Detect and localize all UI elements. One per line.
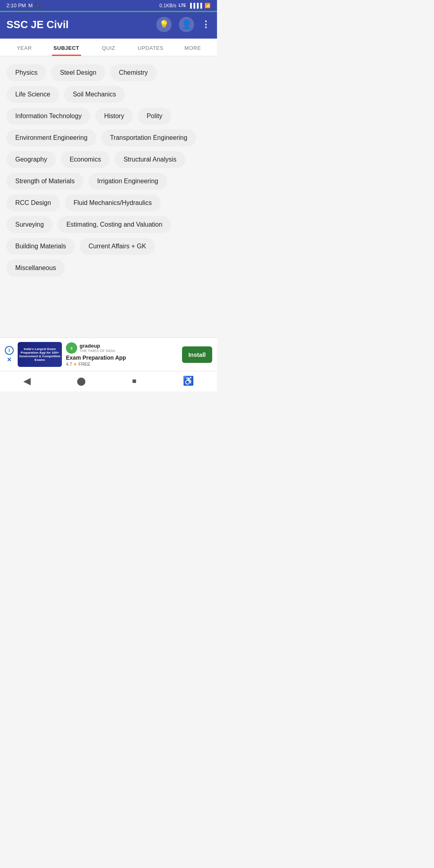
subject-chip[interactable]: Surveying bbox=[6, 216, 53, 233]
subject-chip[interactable]: RCC Design bbox=[6, 194, 60, 211]
more-options-icon[interactable]: ⋮ bbox=[201, 19, 211, 30]
home-nav-icon[interactable]: ⬤ bbox=[77, 376, 86, 386]
subject-chip[interactable]: Steel Design bbox=[51, 64, 105, 81]
signal-icon: ▐▐▐▐ bbox=[188, 3, 202, 8]
wifi-icon: 📶 bbox=[205, 3, 211, 8]
subject-chip[interactable]: Irrigation Engineering bbox=[88, 173, 167, 190]
status-right: 0.1KB/s LTE ▐▐▐▐ 📶 bbox=[160, 3, 211, 8]
star-icon: ★ bbox=[73, 362, 77, 366]
subject-chip[interactable]: Miscellaneous bbox=[6, 260, 65, 276]
subject-content: PhysicsSteel DesignChemistryLife Science… bbox=[0, 56, 217, 338]
lightbulb-icon: 💡 bbox=[159, 20, 169, 29]
subject-chip[interactable]: Geography bbox=[6, 151, 56, 168]
ad-rating: 4.7 ★ FREE bbox=[66, 362, 178, 367]
ad-brand: gradeup bbox=[80, 343, 115, 349]
subject-chip[interactable]: Environment Engineering bbox=[6, 129, 96, 146]
app-bar-icons: 💡 👤 ⋮ bbox=[156, 17, 211, 32]
ad-image-text: India's Largest Exam Preparation App for… bbox=[18, 346, 62, 362]
subject-chip[interactable]: Building Materials bbox=[6, 238, 75, 255]
tab-more[interactable]: MORE bbox=[172, 39, 214, 56]
status-left: 2:10 PM M 📞 bbox=[6, 2, 41, 8]
ad-banner: i ✕ India's Largest Exam Preparation App… bbox=[0, 338, 217, 371]
accessibility-nav-icon[interactable]: ♿ bbox=[183, 376, 194, 386]
subject-chip[interactable]: Chemistry bbox=[110, 64, 157, 81]
subject-chip[interactable]: Soil Mechanics bbox=[64, 86, 125, 103]
subject-chip[interactable]: Structural Analysis bbox=[115, 151, 185, 168]
back-nav-icon[interactable]: ◀ bbox=[23, 375, 31, 387]
gmail-icon: M bbox=[28, 2, 33, 8]
recents-nav-icon[interactable]: ■ bbox=[132, 377, 137, 385]
ad-close-button[interactable]: ✕ bbox=[7, 356, 12, 363]
subject-chip[interactable]: Fluid Mechanics/Hydraulics bbox=[65, 194, 161, 211]
tab-quiz[interactable]: QUIZ bbox=[88, 39, 130, 56]
subjects-list: PhysicsSteel DesignChemistryLife Science… bbox=[6, 64, 211, 276]
account-icon: 👤 bbox=[181, 19, 192, 30]
ad-title: Exam Preparation App bbox=[66, 354, 178, 361]
account-icon-button[interactable]: 👤 bbox=[179, 17, 194, 32]
tab-bar: YEAR SUBJECT QUIZ UPDATES MORE bbox=[0, 39, 217, 56]
nav-bar: ◀ ⬤ ■ ♿ bbox=[0, 371, 217, 391]
ad-byline: THE TIMES OF INDIA bbox=[80, 349, 115, 353]
lightbulb-icon-button[interactable]: 💡 bbox=[156, 17, 172, 32]
phone-icon: 📞 bbox=[35, 2, 41, 8]
subject-chip[interactable]: History bbox=[95, 108, 133, 125]
subject-chip[interactable]: Polity bbox=[138, 108, 171, 125]
subject-chip[interactable]: Estimating, Costing and Valuation bbox=[57, 216, 171, 233]
status-bar: 2:10 PM M 📞 0.1KB/s LTE ▐▐▐▐ 📶 bbox=[0, 0, 217, 11]
install-button[interactable]: Install bbox=[182, 346, 212, 363]
network-speed: 0.1KB/s bbox=[160, 3, 176, 8]
subject-chip[interactable]: Economics bbox=[61, 151, 110, 168]
gradeup-logo-icon: g bbox=[66, 342, 77, 354]
subject-chip[interactable]: Life Science bbox=[6, 86, 59, 103]
ad-price-badge: FREE bbox=[78, 362, 90, 366]
ad-content: g gradeup THE TIMES OF INDIA Exam Prepar… bbox=[66, 342, 178, 367]
subject-chip[interactable]: Transportation Engineering bbox=[101, 129, 196, 146]
subject-chip[interactable]: Information Technology bbox=[6, 108, 90, 125]
ad-info-icon: i bbox=[5, 346, 14, 355]
subject-chip[interactable]: Strength of Materials bbox=[6, 173, 84, 190]
status-time: 2:10 PM bbox=[6, 2, 26, 8]
tab-year[interactable]: YEAR bbox=[3, 39, 45, 56]
ad-image: India's Largest Exam Preparation App for… bbox=[18, 342, 62, 367]
subject-chip[interactable]: Current Affairs + GK bbox=[80, 238, 155, 255]
app-bar: SSC JE Civil 💡 👤 ⋮ bbox=[0, 12, 217, 39]
tab-subject[interactable]: SUBJECT bbox=[45, 39, 88, 56]
app-title: SSC JE Civil bbox=[6, 18, 69, 31]
tab-updates[interactable]: UPDATES bbox=[129, 39, 172, 56]
ad-logo: g gradeup THE TIMES OF INDIA bbox=[66, 342, 178, 354]
subject-chip[interactable]: Physics bbox=[6, 64, 46, 81]
lte-icon: LTE bbox=[179, 3, 186, 8]
